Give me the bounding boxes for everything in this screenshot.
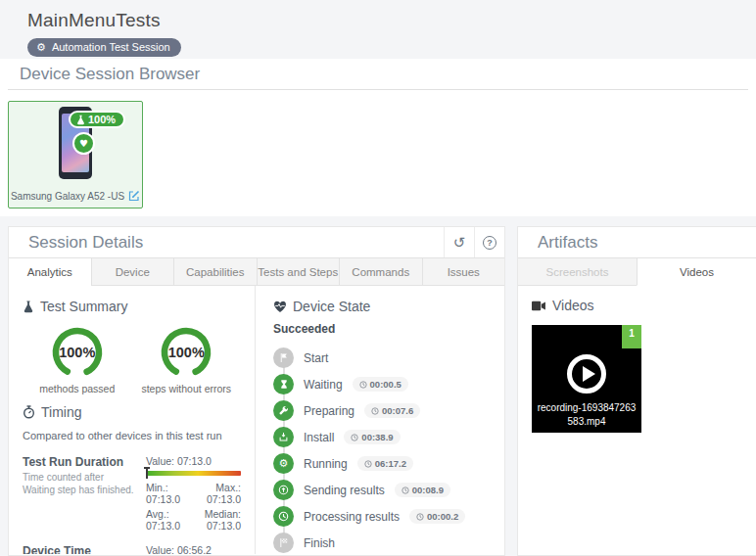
videos-section-title: Videos [552,298,594,313]
gauge-steps-without-errors: 100% steps without errors [139,324,233,396]
test-pass-badge: 100% [69,111,125,128]
upload-icon [273,480,294,500]
help-icon: ? [483,236,496,250]
step-duration-badge: 00:00.2 [409,509,465,524]
metric-description: Time counted after Waiting step has fini… [23,471,136,496]
step-label: Finish [304,536,335,550]
session-details-title: Session Details [9,233,143,253]
flask-icon [76,115,85,125]
edit-icon[interactable] [128,190,140,202]
install-icon [273,427,294,447]
heart-pulse-icon [273,301,287,313]
metric-median: Median: 07:13.0 [180,508,241,532]
gauge-value: 100% [49,324,106,381]
metric-device-time: Device Time Summed duration of steps dur… [23,544,241,554]
stopwatch-icon [23,405,35,419]
step-label: Sending results [304,484,385,497]
timeline-step-waiting: Waiting 00:00.5 [273,374,491,394]
tab-commands[interactable]: Commands [339,258,423,286]
step-duration-badge: 00:00.5 [353,377,408,392]
step-label: Waiting [304,378,343,392]
step-duration-badge: 00:07.6 [364,403,420,418]
play-icon[interactable] [567,354,606,394]
analytics-left-column: Test Summary 100% methods passed [9,286,256,554]
tab-capabilities[interactable]: Capabilities [173,258,258,286]
gauge-label: methods passed [30,383,124,396]
session-type-badge: ⚙ Automation Test Session [27,38,181,57]
session-details-tabs: Analytics Device Capabilities Tests and … [9,258,504,286]
video-thumbnail[interactable]: 1 recording-1693847263583.mp4 [532,325,641,433]
clock-icon [364,460,372,468]
timing-title: Timing [41,404,82,420]
device-state-column: Device State Succeeded Start Wa [256,286,504,554]
step-label: Install [304,431,334,444]
tab-screenshots[interactable]: Screenshots [518,258,638,286]
metric-min: Min.: 07:13.0 [146,482,180,505]
tab-analytics[interactable]: Analytics [9,258,92,286]
test-pass-pct: 100% [88,114,116,125]
tab-tests-and-steps[interactable]: Tests and Steps [257,258,341,286]
gears-icon: ⚙ [273,453,294,474]
page-header: MainMenuTests ⚙ Automation Test Session [0,0,756,59]
device-health-badge: ♥ [72,132,95,155]
device-session-browser-title: Device Session Browser [8,65,200,84]
timeline-step-running: ⚙ Running 06:17.2 [273,453,491,474]
timeline-step-install: Install 00:38.9 [273,427,491,447]
metric-range-bar [146,471,241,476]
device-state-status: Succeeded [273,322,491,336]
refresh-button[interactable]: ↺ [444,227,474,257]
help-button[interactable]: ? [474,227,504,257]
gears-icon: ⚙ [36,42,46,53]
page-title: MainMenuTests [27,10,756,31]
timing-header: Timing [23,404,241,420]
artifacts-title: Artifacts [518,233,597,253]
session-details-panel: Session Details ↺ ? Analytics Device Cap… [8,226,505,556]
artifacts-panel: Artifacts Screenshots Videos Videos 1 re… [517,226,756,556]
device-state-header: Device State [273,299,491,314]
metric-name: Device Time [23,544,136,554]
video-camera-icon [532,301,546,311]
metric-test-run-duration: Test Run Duration Time counted after Wai… [23,455,241,532]
clock-icon [273,506,294,527]
videos-section-header: Videos [532,298,742,313]
metric-value: Value: 06:56.2 [146,544,241,554]
tab-videos[interactable]: Videos [637,258,756,286]
timeline-step-sending-results: Sending results 00:08.9 [273,480,491,500]
step-duration-badge: 00:08.9 [395,483,450,497]
flag-icon [273,348,294,368]
step-duration-badge: 00:38.9 [344,430,400,444]
timeline-step-processing-results: Processing results 00:00.2 [273,506,491,527]
step-label: Preparing [304,404,354,418]
device-state-timeline: Start Waiting 00:00.5 [273,348,491,553]
metric-value: Value: 07:13.0 [146,455,241,467]
metric-marker [146,467,148,479]
wrench-icon [273,400,294,421]
undo-icon: ↺ [453,234,466,252]
timing-note: Compared to other devices in this test r… [23,430,241,441]
gauge-value: 100% [158,324,214,381]
hourglass-icon [273,374,294,394]
gauge-methods-passed: 100% methods passed [30,324,124,396]
clock-icon [351,434,358,441]
device-name: Samsung Galaxy A52 -US [11,191,124,202]
clock-icon [402,486,409,494]
test-summary-header: Test Summary [23,299,241,314]
step-label: Start [304,351,328,365]
device-card[interactable]: 100% ♥ Samsung Galaxy A52 -US [8,101,143,208]
tab-issues[interactable]: Issues [422,258,505,286]
video-count-badge: 1 [622,325,641,348]
step-label: Running [304,457,348,471]
test-summary-title: Test Summary [40,299,127,314]
flask-icon [23,301,34,313]
tab-device[interactable]: Device [91,258,175,286]
clock-icon [371,407,379,415]
heart-icon: ♥ [79,138,88,149]
gauge-label: steps without errors [139,383,233,396]
clock-icon [359,381,367,389]
clock-icon [416,513,424,521]
checkered-flag-icon [273,533,294,553]
video-filename: recording-1693847263583.mp4 [535,401,638,428]
metric-max: Max.: 07:13.0 [180,482,241,505]
timeline-step-start: Start [273,348,491,368]
metric-avg: Avg.: 07:13.0 [146,508,180,532]
